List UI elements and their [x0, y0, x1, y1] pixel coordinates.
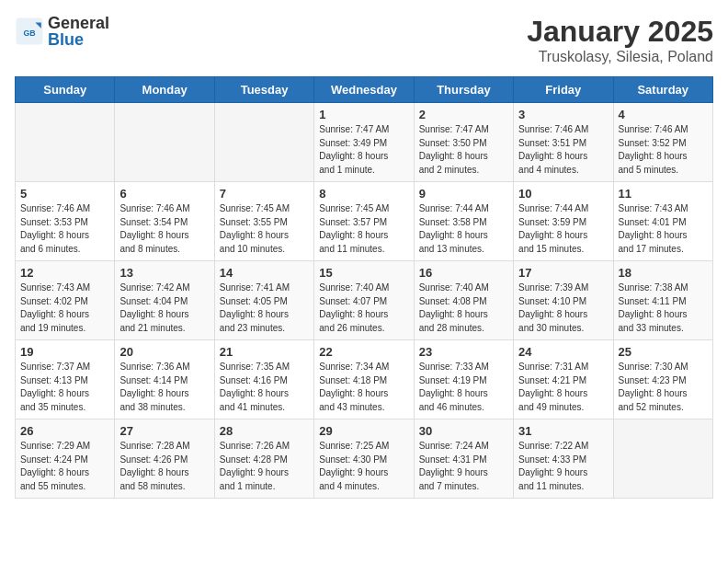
day-number: 4 [619, 108, 708, 121]
day-info: Sunrise: 7:45 AM Sunset: 3:55 PM Dayligh… [220, 202, 309, 256]
calendar-cell: 2Sunrise: 7:47 AM Sunset: 3:50 PM Daylig… [414, 103, 513, 182]
calendar-cell: 11Sunrise: 7:43 AM Sunset: 4:01 PM Dayli… [613, 182, 712, 261]
calendar-cell: 29Sunrise: 7:25 AM Sunset: 4:30 PM Dayli… [314, 419, 414, 499]
day-info: Sunrise: 7:47 AM Sunset: 3:49 PM Dayligh… [319, 123, 408, 177]
day-number: 20 [119, 345, 209, 359]
day-number: 7 [220, 187, 309, 201]
day-info: Sunrise: 7:30 AM Sunset: 4:23 PM Dayligh… [619, 361, 708, 414]
day-number: 27 [119, 424, 209, 438]
main-title: January 2025 [527, 15, 713, 49]
day-number: 8 [319, 187, 408, 201]
logo: GB General Blue [15, 15, 109, 48]
day-number: 9 [419, 187, 508, 201]
day-info: Sunrise: 7:22 AM Sunset: 4:33 PM Dayligh… [518, 440, 608, 493]
day-info: Sunrise: 7:33 AM Sunset: 4:19 PM Dayligh… [419, 361, 508, 414]
day-number: 31 [518, 424, 608, 438]
day-info: Sunrise: 7:39 AM Sunset: 4:10 PM Dayligh… [518, 282, 608, 335]
calendar-cell: 27Sunrise: 7:28 AM Sunset: 4:26 PM Dayli… [115, 419, 214, 499]
calendar-week-row: 26Sunrise: 7:29 AM Sunset: 4:24 PM Dayli… [16, 419, 713, 499]
calendar-cell: 1Sunrise: 7:47 AM Sunset: 3:49 PM Daylig… [314, 103, 414, 182]
day-info: Sunrise: 7:41 AM Sunset: 4:05 PM Dayligh… [220, 282, 309, 335]
calendar-cell: 3Sunrise: 7:46 AM Sunset: 3:51 PM Daylig… [514, 103, 613, 182]
day-number: 23 [419, 345, 508, 359]
day-info: Sunrise: 7:34 AM Sunset: 4:18 PM Dayligh… [319, 361, 408, 414]
calendar-day-header: Monday [115, 77, 214, 103]
logo-general: General [48, 15, 109, 31]
calendar-cell: 17Sunrise: 7:39 AM Sunset: 4:10 PM Dayli… [514, 261, 613, 340]
calendar-cell: 20Sunrise: 7:36 AM Sunset: 4:14 PM Dayli… [115, 340, 214, 419]
day-number: 11 [619, 187, 708, 201]
day-info: Sunrise: 7:36 AM Sunset: 4:14 PM Dayligh… [119, 361, 209, 414]
calendar-cell: 31Sunrise: 7:22 AM Sunset: 4:33 PM Dayli… [514, 419, 613, 499]
day-info: Sunrise: 7:37 AM Sunset: 4:13 PM Dayligh… [20, 361, 109, 414]
calendar-cell [16, 103, 115, 182]
calendar-cell [613, 419, 712, 499]
calendar-cell: 25Sunrise: 7:30 AM Sunset: 4:23 PM Dayli… [613, 340, 712, 419]
day-number: 28 [220, 424, 309, 438]
calendar-cell: 6Sunrise: 7:46 AM Sunset: 3:54 PM Daylig… [115, 182, 214, 261]
calendar-cell: 7Sunrise: 7:45 AM Sunset: 3:55 PM Daylig… [214, 182, 313, 261]
calendar-cell: 15Sunrise: 7:40 AM Sunset: 4:07 PM Dayli… [314, 261, 414, 340]
day-info: Sunrise: 7:38 AM Sunset: 4:11 PM Dayligh… [619, 282, 708, 335]
calendar-cell: 16Sunrise: 7:40 AM Sunset: 4:08 PM Dayli… [414, 261, 513, 340]
calendar-cell: 28Sunrise: 7:26 AM Sunset: 4:28 PM Dayli… [214, 419, 313, 499]
logo-text: General Blue [48, 15, 109, 48]
day-number: 2 [419, 108, 508, 121]
day-info: Sunrise: 7:43 AM Sunset: 4:02 PM Dayligh… [20, 282, 109, 335]
calendar-day-header: Sunday [16, 77, 115, 103]
day-info: Sunrise: 7:40 AM Sunset: 4:08 PM Dayligh… [419, 282, 508, 335]
calendar-cell: 18Sunrise: 7:38 AM Sunset: 4:11 PM Dayli… [613, 261, 712, 340]
day-info: Sunrise: 7:44 AM Sunset: 3:58 PM Dayligh… [419, 202, 508, 256]
calendar-day-header: Tuesday [214, 77, 313, 103]
calendar-cell: 5Sunrise: 7:46 AM Sunset: 3:53 PM Daylig… [16, 182, 115, 261]
day-number: 6 [119, 187, 209, 201]
day-info: Sunrise: 7:46 AM Sunset: 3:53 PM Dayligh… [20, 202, 109, 256]
logo-icon: GB [15, 17, 44, 46]
calendar-cell: 14Sunrise: 7:41 AM Sunset: 4:05 PM Dayli… [214, 261, 313, 340]
day-info: Sunrise: 7:24 AM Sunset: 4:31 PM Dayligh… [419, 440, 508, 493]
day-info: Sunrise: 7:28 AM Sunset: 4:26 PM Dayligh… [119, 440, 209, 493]
day-number: 22 [319, 345, 408, 359]
logo-blue: Blue [48, 31, 109, 48]
calendar-week-row: 19Sunrise: 7:37 AM Sunset: 4:13 PM Dayli… [16, 340, 713, 419]
day-number: 29 [319, 424, 408, 438]
day-info: Sunrise: 7:44 AM Sunset: 3:59 PM Dayligh… [518, 202, 608, 256]
title-block: January 2025 Truskolasy, Silesia, Poland [527, 15, 713, 65]
calendar-cell: 8Sunrise: 7:45 AM Sunset: 3:57 PM Daylig… [314, 182, 414, 261]
day-number: 18 [619, 266, 708, 280]
calendar-day-header: Friday [514, 77, 613, 103]
calendar-cell: 10Sunrise: 7:44 AM Sunset: 3:59 PM Dayli… [514, 182, 613, 261]
day-info: Sunrise: 7:45 AM Sunset: 3:57 PM Dayligh… [319, 202, 408, 256]
day-number: 10 [518, 187, 608, 201]
day-number: 5 [20, 187, 109, 201]
day-info: Sunrise: 7:46 AM Sunset: 3:51 PM Dayligh… [518, 123, 608, 177]
subtitle: Truskolasy, Silesia, Poland [527, 49, 713, 65]
day-number: 12 [20, 266, 109, 280]
day-info: Sunrise: 7:25 AM Sunset: 4:30 PM Dayligh… [319, 440, 408, 493]
day-info: Sunrise: 7:35 AM Sunset: 4:16 PM Dayligh… [220, 361, 309, 414]
calendar-cell [115, 103, 214, 182]
calendar-cell: 24Sunrise: 7:31 AM Sunset: 4:21 PM Dayli… [514, 340, 613, 419]
day-info: Sunrise: 7:42 AM Sunset: 4:04 PM Dayligh… [119, 282, 209, 335]
calendar-cell: 23Sunrise: 7:33 AM Sunset: 4:19 PM Dayli… [414, 340, 513, 419]
calendar-header-row: SundayMondayTuesdayWednesdayThursdayFrid… [16, 77, 713, 103]
calendar-cell: 4Sunrise: 7:46 AM Sunset: 3:52 PM Daylig… [613, 103, 712, 182]
calendar-cell [214, 103, 313, 182]
day-info: Sunrise: 7:29 AM Sunset: 4:24 PM Dayligh… [20, 440, 109, 493]
calendar-cell: 26Sunrise: 7:29 AM Sunset: 4:24 PM Dayli… [16, 419, 115, 499]
calendar-cell: 12Sunrise: 7:43 AM Sunset: 4:02 PM Dayli… [16, 261, 115, 340]
day-number: 3 [518, 108, 608, 121]
day-number: 21 [220, 345, 309, 359]
day-number: 13 [119, 266, 209, 280]
calendar-week-row: 1Sunrise: 7:47 AM Sunset: 3:49 PM Daylig… [16, 103, 713, 182]
calendar-cell: 13Sunrise: 7:42 AM Sunset: 4:04 PM Dayli… [115, 261, 214, 340]
svg-text:GB: GB [23, 29, 35, 38]
day-number: 14 [220, 266, 309, 280]
calendar-cell: 19Sunrise: 7:37 AM Sunset: 4:13 PM Dayli… [16, 340, 115, 419]
day-number: 24 [518, 345, 608, 359]
day-number: 1 [319, 108, 408, 121]
calendar-week-row: 5Sunrise: 7:46 AM Sunset: 3:53 PM Daylig… [16, 182, 713, 261]
calendar-day-header: Wednesday [314, 77, 414, 103]
page-header: GB General Blue January 2025 Truskolasy,… [15, 15, 713, 65]
calendar-day-header: Thursday [414, 77, 513, 103]
